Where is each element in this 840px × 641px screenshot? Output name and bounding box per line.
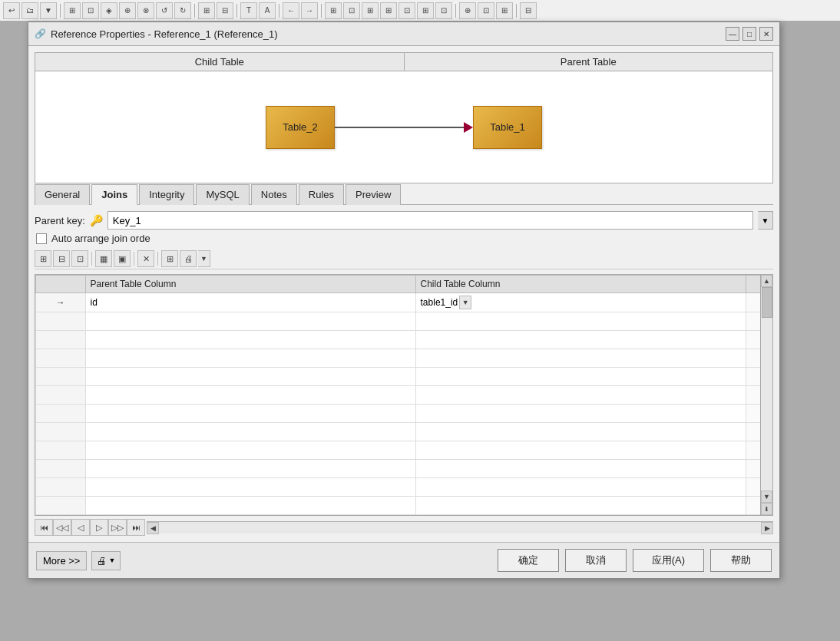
toolbar-btn-22[interactable]: ⊞ — [417, 2, 434, 19]
table-row — [36, 386, 772, 405]
toolbar-dropdown-btn[interactable]: ▼ — [198, 250, 210, 267]
cancel-button[interactable]: 取消 — [565, 549, 627, 572]
row-2-parent-col[interactable] — [85, 331, 415, 349]
toolbar-btn-15[interactable]: ← — [283, 2, 299, 19]
close-button[interactable]: ✕ — [759, 27, 773, 41]
key-icon: 🔑 — [90, 214, 103, 226]
print-button[interactable]: 🖨 ▼ — [91, 551, 121, 570]
toolbar-btn-16[interactable]: → — [301, 2, 318, 19]
help-button[interactable]: 帮助 — [710, 549, 772, 572]
toolbar-table-btn1[interactable]: ⊞ — [35, 250, 51, 267]
row-11-parent-col[interactable] — [85, 497, 415, 515]
ok-button[interactable]: 确定 — [498, 549, 559, 572]
row-10-child-col[interactable] — [415, 478, 746, 497]
toolbar-btn-27[interactable]: ⊟ — [520, 2, 537, 19]
toolbar-btn-2[interactable]: 🗂 — [21, 2, 38, 19]
toolbar-btn-7[interactable]: ⊕ — [119, 2, 136, 19]
row-6-parent-col[interactable] — [85, 405, 415, 423]
tab-joins[interactable]: Joins — [91, 184, 137, 205]
row-0-parent-col[interactable]: id — [85, 293, 415, 312]
more-button[interactable]: More >> — [36, 551, 87, 570]
toolbar-table-btn2[interactable]: ⊟ — [53, 250, 70, 267]
scroll-down2-btn[interactable]: ⬇ — [761, 503, 772, 515]
nav-first-btn[interactable]: ⏮ — [35, 519, 53, 536]
row-3-parent-col[interactable] — [85, 349, 415, 368]
toolbar-btn-1[interactable]: ↩ — [3, 2, 20, 19]
toolbar-btn-17[interactable]: ⊞ — [325, 2, 342, 19]
toolbar-btn-10[interactable]: ↻ — [174, 2, 191, 19]
nav-prev-page-btn[interactable]: ◁◁ — [53, 519, 71, 536]
nav-next-btn[interactable]: ▷ — [90, 519, 108, 536]
parent-key-value-box[interactable]: Key_1 — [107, 211, 753, 230]
row-3-child-col[interactable] — [415, 349, 746, 368]
minimize-button[interactable]: — — [726, 27, 739, 41]
parent-key-dropdown-btn[interactable]: ▼ — [758, 211, 773, 230]
toolbar-btn-18[interactable]: ⊡ — [343, 2, 360, 19]
row-9-parent-col[interactable] — [85, 460, 415, 478]
h-scroll-track[interactable] — [159, 522, 761, 534]
toolbar-btn-12[interactable]: ⊟ — [217, 2, 233, 19]
col-parent-table: Parent Table Column — [85, 276, 415, 293]
maximize-button[interactable]: □ — [742, 27, 756, 41]
toolbar-table-btn5[interactable]: ▣ — [114, 250, 131, 267]
row-7-parent-col[interactable] — [85, 423, 415, 441]
nav-next-page-btn[interactable]: ▷▷ — [108, 519, 127, 536]
toolbar-btn-14[interactable]: A — [259, 2, 276, 19]
h-scroll-right-btn[interactable]: ▶ — [761, 522, 773, 534]
tab-rules[interactable]: Rules — [299, 184, 344, 205]
diagram-headers: Child Table Parent Table — [35, 53, 772, 71]
row-9-child-col[interactable] — [415, 460, 746, 478]
row-11-child-col[interactable] — [415, 497, 746, 515]
toolbar-btn-5[interactable]: ⊡ — [82, 2, 99, 19]
toolbar-sep-6 — [455, 4, 456, 18]
toolbar-btn-11[interactable]: ⊞ — [198, 2, 215, 19]
toolbar-btn-24[interactable]: ⊕ — [459, 2, 476, 19]
toolbar-btn-19[interactable]: ⊞ — [362, 2, 379, 19]
row-7-child-col[interactable] — [415, 423, 746, 441]
toolbar-btn-25[interactable]: ⊡ — [478, 2, 494, 19]
toolbar-btn-23[interactable]: ⊡ — [435, 2, 452, 19]
row-5-child-col[interactable] — [415, 386, 746, 405]
toolbar-btn-4[interactable]: ⊞ — [64, 2, 81, 19]
toolbar-btn-3[interactable]: ▼ — [40, 2, 57, 19]
toolbar-btn-20[interactable]: ⊞ — [380, 2, 397, 19]
row-4-parent-col[interactable] — [85, 368, 415, 386]
row-8-child-col[interactable] — [415, 441, 746, 460]
row-8-parent-col[interactable] — [85, 441, 415, 460]
h-scroll-left-btn[interactable]: ◀ — [147, 522, 159, 534]
row-10-parent-col[interactable] — [85, 478, 415, 497]
scroll-thumb[interactable] — [762, 287, 772, 318]
auto-arrange-checkbox[interactable] — [36, 233, 47, 244]
row-2-child-col[interactable] — [415, 331, 746, 349]
apply-button[interactable]: 应用(A) — [633, 549, 704, 572]
row-1-parent-col[interactable] — [85, 312, 415, 331]
bottom-controls: ⏮ ◁◁ ◁ ▷ ▷▷ ⏭ ◀ ▶ — [35, 519, 773, 536]
tab-notes[interactable]: Notes — [251, 184, 297, 205]
toolbar-table-btn6[interactable]: ✕ — [137, 250, 154, 267]
row-5-parent-col[interactable] — [85, 386, 415, 405]
tab-preview[interactable]: Preview — [346, 184, 401, 205]
tab-integrity[interactable]: Integrity — [139, 184, 194, 205]
arrow-line — [335, 127, 464, 128]
toolbar-table-btn8[interactable]: 🖨 — [180, 250, 197, 267]
toolbar-btn-6[interactable]: ◈ — [101, 2, 117, 19]
tab-general[interactable]: General — [35, 184, 90, 205]
scroll-up-btn[interactable]: ▲ — [761, 275, 772, 287]
toolbar-btn-13[interactable]: T — [240, 2, 257, 19]
nav-prev-btn[interactable]: ◁ — [71, 519, 90, 536]
toolbar-table-btn3[interactable]: ⊡ — [71, 250, 88, 267]
row-6-child-col[interactable] — [415, 405, 746, 423]
toolbar-btn-8[interactable]: ⊗ — [137, 2, 154, 19]
toolbar-btn-21[interactable]: ⊡ — [399, 2, 415, 19]
scroll-down-btn[interactable]: ▼ — [761, 491, 772, 503]
row-1-child-col[interactable] — [415, 312, 746, 331]
toolbar-btn-9[interactable]: ↺ — [156, 2, 173, 19]
toolbar-table-btn4[interactable]: ▦ — [95, 250, 112, 267]
row-0-child-col[interactable]: table1_id ▼ — [415, 293, 746, 312]
toolbar-table-btn7[interactable]: ⊞ — [161, 250, 178, 267]
tab-mysql[interactable]: MySQL — [196, 184, 249, 205]
row-4-child-col[interactable] — [415, 368, 746, 386]
nav-last-btn[interactable]: ⏭ — [127, 519, 145, 536]
row-0-child-dropdown-btn[interactable]: ▼ — [459, 296, 471, 309]
toolbar-btn-26[interactable]: ⊞ — [496, 2, 513, 19]
